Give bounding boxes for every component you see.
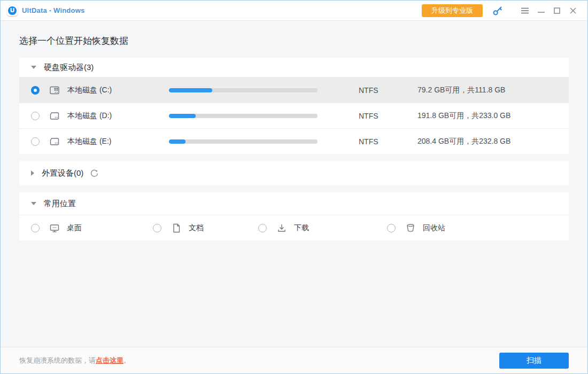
filesystem-label: NTFS: [359, 112, 396, 120]
filesystem-label: NTFS: [359, 86, 396, 95]
drive-row-d[interactable]: 本地磁盘 (D:) NTFS 191.8 GB可用，共233.0 GB: [19, 103, 569, 128]
scan-button[interactable]: 扫描: [499, 353, 569, 369]
crashed-system-link[interactable]: 点击这里: [96, 356, 123, 364]
titlebar: U UltData - Windows 升级到专业版: [1, 1, 587, 21]
location-label: 回收站: [423, 223, 445, 233]
recycle-bin-radio[interactable]: [387, 224, 396, 232]
download-icon: [276, 223, 287, 233]
footer-hint: 恢复崩溃系统的数据，请点击这里。: [19, 356, 130, 365]
close-button[interactable]: [565, 4, 581, 17]
drive-d-usage-bar: [169, 114, 318, 118]
location-item-recycle-bin[interactable]: 回收站: [387, 215, 445, 241]
footer-hint-suffix: 。: [123, 356, 130, 364]
window-title: UltData - Windows: [22, 6, 84, 14]
external-devices-header[interactable]: 外置设备(0): [19, 161, 569, 185]
common-locations-row: 桌面 文档 下载 回收站: [19, 215, 569, 240]
filesystem-label: NTFS: [359, 137, 396, 146]
drive-c-usage-bar: [169, 88, 318, 92]
hard-drives-section: 硬盘驱动器(3) 本地磁盘 (C:) NTFS 79.2 GB可用，共111.8…: [19, 58, 569, 154]
page-title: 选择一个位置开始恢复数据: [19, 35, 587, 47]
usage-fill: [169, 88, 212, 92]
hard-disk-icon: [49, 111, 60, 121]
recycle-bin-icon: [405, 223, 416, 233]
downloads-radio[interactable]: [258, 224, 267, 232]
minimize-button[interactable]: [533, 4, 549, 17]
license-key-icon[interactable]: [492, 5, 503, 16]
drive-e-usage-bar: [169, 139, 318, 144]
capacity-label: 191.8 GB可用，共233.0 GB: [417, 111, 510, 121]
drive-name: 本地磁盘 (C:): [67, 85, 169, 95]
location-item-desktop[interactable]: 桌面: [31, 215, 82, 241]
chevron-right-icon: [31, 170, 34, 176]
documents-radio[interactable]: [153, 224, 161, 232]
usage-fill: [169, 114, 196, 118]
drive-name: 本地磁盘 (D:): [67, 111, 169, 121]
drive-row-e[interactable]: 本地磁盘 (E:) NTFS 208.4 GB可用，共232.8 GB: [19, 128, 569, 154]
location-item-downloads[interactable]: 下载: [258, 215, 309, 241]
chevron-down-icon: [31, 202, 36, 205]
footer-hint-prefix: 恢复崩溃系统的数据，请: [19, 356, 96, 364]
chevron-down-icon: [31, 66, 36, 69]
desktop-radio[interactable]: [31, 224, 40, 232]
hard-drives-section-header[interactable]: 硬盘驱动器(3): [19, 58, 569, 77]
refresh-icon[interactable]: [90, 169, 99, 178]
section-label: 硬盘驱动器(3): [44, 63, 94, 73]
section-label: 常用位置: [44, 199, 76, 209]
capacity-label: 208.4 GB可用，共232.8 GB: [417, 137, 510, 146]
location-label: 文档: [189, 223, 204, 233]
common-locations-section: 常用位置 桌面 文档: [19, 192, 569, 240]
location-label: 桌面: [67, 223, 82, 233]
section-label: 外置设备(0): [42, 168, 83, 178]
app-logo-icon: U: [7, 5, 18, 16]
drive-c-radio[interactable]: [31, 86, 40, 95]
drive-e-radio[interactable]: [31, 137, 40, 146]
footer: 恢复崩溃系统的数据，请点击这里。 扫描: [1, 347, 587, 373]
capacity-label: 79.2 GB可用，共111.8 GB: [417, 85, 505, 95]
menu-icon[interactable]: [517, 4, 533, 17]
common-locations-header[interactable]: 常用位置: [19, 192, 569, 215]
drive-row-c[interactable]: 本地磁盘 (C:) NTFS 79.2 GB可用，共111.8 GB: [19, 77, 569, 103]
maximize-button[interactable]: [549, 4, 565, 17]
desktop-icon: [49, 223, 60, 233]
document-icon: [171, 223, 182, 233]
drive-d-radio[interactable]: [31, 112, 40, 120]
location-label: 下载: [294, 223, 309, 233]
usage-fill: [169, 139, 185, 144]
system-disk-icon: [49, 85, 60, 96]
upgrade-to-pro-button[interactable]: 升级到专业版: [422, 4, 483, 17]
external-devices-section: 外置设备(0): [19, 161, 569, 185]
drive-name: 本地磁盘 (E:): [67, 137, 169, 146]
location-item-documents[interactable]: 文档: [153, 215, 204, 241]
hard-disk-icon: [49, 136, 60, 147]
